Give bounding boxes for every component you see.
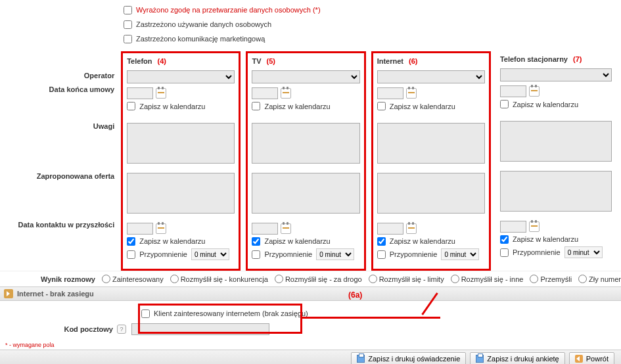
reminder-checkbox[interactable] <box>500 248 509 257</box>
result-option[interactable]: Rozmyślił się - inne <box>451 275 524 283</box>
result-option[interactable]: Przemyśli <box>530 275 572 283</box>
back-button[interactable]: Powrót <box>569 352 614 365</box>
future-date-input[interactable] <box>127 223 153 235</box>
operator-select[interactable] <box>500 68 612 81</box>
reminder-select[interactable]: 0 minut <box>564 246 603 258</box>
calendar-icon[interactable] <box>156 88 166 99</box>
help-icon[interactable]: ? <box>117 325 126 334</box>
service-col-internet: Internet (6) Zapisz w kalendarzu Zapisz <box>371 51 491 271</box>
end-date-input[interactable] <box>127 87 153 99</box>
reminder-select[interactable]: 0 minut <box>191 248 229 260</box>
save-print-survey-button[interactable]: Zapisz i drukuj ankietę <box>470 352 564 365</box>
result-radio[interactable] <box>170 275 179 283</box>
save-calendar-checkbox[interactable] <box>500 100 509 108</box>
consent-processing-checkbox[interactable] <box>124 6 132 14</box>
proposed-textarea[interactable] <box>127 173 235 214</box>
future-save-calendar-checkbox[interactable] <box>377 237 386 246</box>
service-header: TV (5) <box>248 53 363 69</box>
service-annot-num: (4) <box>158 57 166 65</box>
notes-textarea[interactable] <box>252 123 359 164</box>
operator-select[interactable] <box>127 70 235 83</box>
consent-marketing-label: Zastrzeżono komunikację marketingową <box>136 35 265 43</box>
notes-textarea[interactable] <box>127 123 235 164</box>
calendar-icon[interactable] <box>529 86 540 97</box>
internet-interest-block: (6a) Klient zainteresowany internetem (b… <box>0 301 621 340</box>
reminder-checkbox[interactable] <box>127 250 135 259</box>
future-save-calendar-checkbox[interactable] <box>252 237 260 246</box>
calendar-icon[interactable] <box>406 88 417 99</box>
service-header: Telefon stacjonarny (7) <box>496 51 616 67</box>
reminder-checkbox[interactable] <box>377 250 386 259</box>
service-title: TV <box>252 57 261 65</box>
postal-row: Kod pocztowy ? <box>0 321 621 338</box>
save-calendar-checkbox[interactable] <box>127 102 135 110</box>
result-radio[interactable] <box>530 275 538 283</box>
result-radio[interactable] <box>275 275 283 283</box>
row-labels: Operator Data końca umowy Uwagi Zapropon… <box>5 51 121 271</box>
client-interested-checkbox[interactable] <box>141 309 150 318</box>
reminder-label: Przypomnienie <box>513 248 561 256</box>
end-date-input[interactable] <box>377 87 403 99</box>
result-radio[interactable] <box>578 275 587 283</box>
future-save-calendar-checkbox[interactable] <box>127 237 135 246</box>
result-option[interactable]: Rozmyślił się - limity <box>369 275 444 283</box>
save-calendar-checkbox[interactable] <box>377 102 386 110</box>
consent-usage-label: Zastrzeżono używanie danych osobowych <box>136 20 271 28</box>
result-option[interactable]: Rozmyślił się - konkurencja <box>170 275 268 283</box>
result-radio[interactable] <box>369 275 377 283</box>
row-future-label: Data kontaktu w przyszłości <box>18 221 115 229</box>
consent-row-marketing: Zastrzeżono komunikację marketingową <box>0 32 621 46</box>
reminder-label: Przypomnienie <box>390 250 438 258</box>
proposed-textarea[interactable] <box>252 173 359 214</box>
future-date-input[interactable] <box>377 223 403 235</box>
reminder-checkbox[interactable] <box>252 250 260 259</box>
postal-input[interactable] <box>131 323 269 335</box>
save-calendar-checkbox[interactable] <box>252 102 260 110</box>
operator-select[interactable] <box>377 70 485 83</box>
result-option[interactable]: Rozmyślił się - za drogo <box>275 275 362 283</box>
service-title: Telefon stacjonarny <box>500 55 568 63</box>
proposed-textarea[interactable] <box>500 171 612 212</box>
proposed-textarea[interactable] <box>377 173 485 214</box>
reminder-select[interactable]: 0 minut <box>441 248 479 260</box>
consent-usage-checkbox[interactable] <box>124 20 132 29</box>
notes-textarea[interactable] <box>377 123 485 164</box>
consent-marketing-checkbox[interactable] <box>124 35 132 43</box>
service-col-landline: Telefon stacjonarny (7) Zapisz w kalenda… <box>496 51 616 271</box>
calendar-icon[interactable] <box>529 221 540 232</box>
consent-row-usage: Zastrzeżono używanie danych osobowych <box>0 17 621 32</box>
required-note: * - wymagane pola <box>0 340 621 350</box>
result-radio[interactable] <box>451 275 459 283</box>
reminder-select[interactable]: 0 minut <box>316 248 354 260</box>
row-operator-label: Operator <box>84 72 114 80</box>
service-annot-num: (6) <box>409 57 417 65</box>
future-date-input[interactable] <box>500 221 526 233</box>
future-save-calendar-checkbox[interactable] <box>500 235 509 244</box>
calendar-icon[interactable] <box>281 223 291 234</box>
result-option[interactable]: Zainteresowany <box>102 275 164 283</box>
calendar-icon[interactable] <box>156 223 166 234</box>
save-print-statement-button[interactable]: Zapisz i drukuj oświadczenie <box>351 352 466 365</box>
reminder-label: Przypomnienie <box>139 250 187 258</box>
notes-textarea[interactable] <box>500 121 612 162</box>
back-icon <box>575 355 583 363</box>
service-annot-num: (5) <box>267 57 275 65</box>
end-date-input[interactable] <box>252 87 278 99</box>
service-title: Telefon <box>127 57 152 65</box>
future-date-input[interactable] <box>252 223 278 235</box>
calendar-icon[interactable] <box>281 88 291 99</box>
result-option[interactable]: Zły numer <box>578 275 621 283</box>
future-save-calendar-label: Zapisz w kalendarzu <box>390 237 455 245</box>
calendar-icon[interactable] <box>406 223 417 234</box>
row-enddate-label: Data końca umowy <box>49 85 115 93</box>
result-radio[interactable] <box>102 275 110 283</box>
result-radios: Zainteresowany Rozmyślił się - konkurenc… <box>102 275 621 283</box>
save-calendar-label: Zapisz w kalendarzu <box>390 102 455 110</box>
operator-select[interactable] <box>252 70 359 83</box>
section-internet-title: Internet - brak zasiegu <box>17 290 94 298</box>
end-date-input[interactable] <box>500 85 526 97</box>
section-internet-bar[interactable]: Internet - brak zasiegu <box>0 286 621 301</box>
service-grid: Operator Data końca umowy Uwagi Zapropon… <box>0 51 621 271</box>
client-interested-label: Klient zainteresowany internetem (brak z… <box>154 309 308 317</box>
chevron-right-icon <box>4 289 13 298</box>
